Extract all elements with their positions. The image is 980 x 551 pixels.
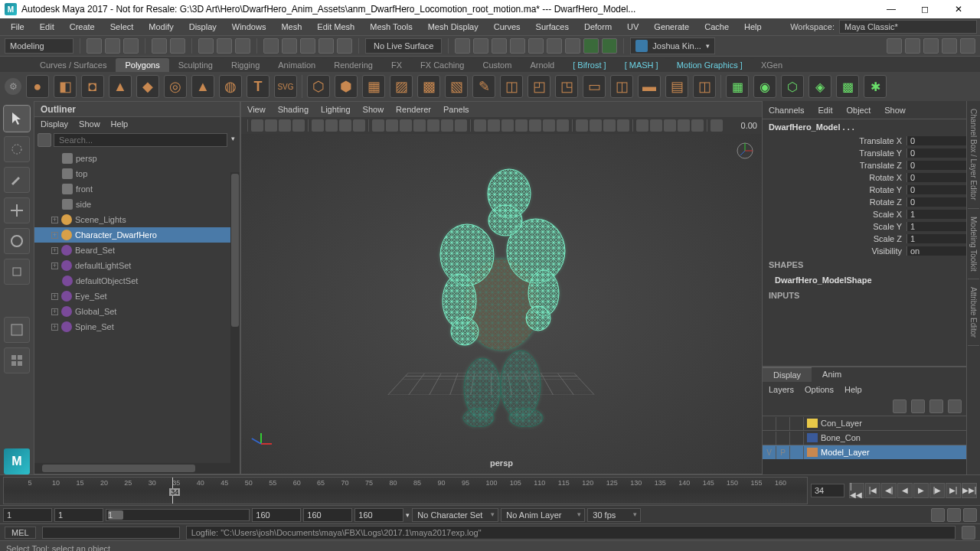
rotate-tool-icon[interactable] <box>4 228 30 254</box>
poly-tool-l-icon[interactable]: ◫ <box>610 75 633 98</box>
range-end-inner[interactable]: 160 <box>252 508 301 522</box>
outliner-search-input[interactable] <box>54 133 227 147</box>
menu-cache[interactable]: Cache <box>697 20 737 34</box>
vp-icon[interactable] <box>441 119 453 132</box>
attr-value[interactable]: 0 <box>906 136 966 145</box>
tool-green-a-icon[interactable]: ▦ <box>726 75 749 98</box>
outliner-menu-display[interactable]: Display <box>41 119 68 129</box>
character-set-dropdown[interactable]: No Character Set <box>412 508 498 522</box>
mode-dropdown[interactable]: Modeling <box>5 38 74 54</box>
attr-value[interactable]: 1 <box>906 234 966 243</box>
outliner-item[interactable]: top <box>34 166 240 181</box>
poly-tool-m-icon[interactable]: ▬ <box>638 75 661 98</box>
attr-label[interactable]: Rotate Y <box>763 185 906 194</box>
outliner-item[interactable]: +Character_DwarfHero <box>34 227 240 243</box>
outliner-item[interactable]: defaultObjectSet <box>34 273 240 289</box>
vp-icon[interactable] <box>636 119 648 132</box>
outliner-item[interactable]: +Spine_Set <box>34 319 240 334</box>
save-scene-icon[interactable] <box>123 38 139 54</box>
play-fwd-button[interactable]: ▶ <box>913 483 929 498</box>
poly-plane-icon[interactable]: ◆ <box>136 75 159 98</box>
toggle-icon-a[interactable] <box>455 38 470 54</box>
menu-modify[interactable]: Modify <box>141 20 181 34</box>
poly-tool-d-icon[interactable]: ▨ <box>390 75 413 98</box>
menu-surfaces[interactable]: Surfaces <box>528 20 577 34</box>
outliner-hscroll[interactable] <box>34 463 240 474</box>
outliner-item[interactable]: front <box>34 181 240 197</box>
display-layer[interactable]: VPModel_Layer <box>763 445 966 459</box>
shelf-options-icon[interactable]: ⚙ <box>5 78 21 95</box>
vp-icon[interactable] <box>501 119 514 132</box>
tool-green-e-icon[interactable]: ▩ <box>836 75 859 98</box>
sidetab-channelbox[interactable]: Channel Box / Layer Editor <box>968 101 979 209</box>
shelf-tab-fxcaching[interactable]: FX Caching <box>411 58 473 72</box>
vp-menu-view[interactable]: View <box>247 105 266 114</box>
range-start-inner[interactable]: 1 <box>54 508 103 522</box>
toggle-icon-e[interactable] <box>528 38 544 54</box>
toggle-icon-d[interactable] <box>510 38 525 54</box>
vp-icon[interactable] <box>339 119 351 132</box>
snap-grid-icon[interactable] <box>263 38 279 54</box>
menu-meshtools[interactable]: Mesh Tools <box>362 20 420 34</box>
poly-tool-i-icon[interactable]: ◰ <box>528 75 550 98</box>
vp-icon[interactable] <box>617 119 629 132</box>
snap-curve-icon[interactable] <box>282 38 297 54</box>
step-back-button[interactable]: ◀| <box>881 483 897 498</box>
attr-label[interactable]: Translate X <box>763 136 906 145</box>
attr-value[interactable]: 0 <box>906 148 966 158</box>
cb-menu-edit[interactable]: Edit <box>818 106 832 115</box>
poly-cube-icon[interactable]: ◧ <box>54 75 77 98</box>
menu-file[interactable]: File <box>3 20 32 34</box>
prefs-anim-icon[interactable] <box>963 508 977 522</box>
attr-value[interactable]: 1 <box>906 222 966 231</box>
cb-menu-show[interactable]: Show <box>884 106 906 115</box>
undo-icon[interactable] <box>152 38 167 54</box>
poly-tool-o-icon[interactable]: ◫ <box>693 75 716 98</box>
layer-menu-help[interactable]: Help <box>844 385 862 394</box>
vp-menu-lighting[interactable]: Lighting <box>321 105 351 114</box>
attr-label[interactable]: Rotate X <box>763 173 906 182</box>
snap-point-icon[interactable] <box>300 38 315 54</box>
close-button[interactable]: ✕ <box>942 0 975 18</box>
layout-four-icon[interactable] <box>4 347 30 373</box>
vp-icon[interactable] <box>427 119 439 132</box>
attr-value[interactable]: on <box>906 246 966 256</box>
cb-menu-object[interactable]: Object <box>846 106 871 115</box>
poly-tool-b-icon[interactable]: ⬢ <box>335 75 358 98</box>
minimize-button[interactable]: — <box>874 0 908 18</box>
outliner-item[interactable]: persp <box>34 151 240 166</box>
tool-green-f-icon[interactable]: ✱ <box>864 75 887 98</box>
layer-icon-b[interactable] <box>911 399 925 413</box>
poly-cylinder-icon[interactable]: ◘ <box>81 75 104 98</box>
shelf-tab-polygons[interactable]: Polygons <box>116 58 168 72</box>
poly-tool-j-icon[interactable]: ◳ <box>555 75 578 98</box>
vp-icon[interactable] <box>515 119 528 132</box>
shelf-tab-curves[interactable]: Curves / Surfaces <box>31 58 116 72</box>
sidetab-attribute[interactable]: Attribute Editor <box>968 279 979 346</box>
menu-deform[interactable]: Deform <box>577 20 619 34</box>
fps-dropdown[interactable]: 30 fps <box>587 508 641 522</box>
vp-icon[interactable] <box>413 119 426 132</box>
viewcube-icon[interactable] <box>734 140 756 161</box>
menu-editmesh[interactable]: Edit Mesh <box>309 20 362 34</box>
maximize-button[interactable]: ◻ <box>908 0 942 18</box>
sidetab-modeling[interactable]: Modeling Toolkit <box>968 209 979 280</box>
shelf-tab-mash[interactable]: [ MASH ] <box>616 58 668 72</box>
render-settings-icon[interactable] <box>583 38 599 54</box>
outliner-tree[interactable]: persptopfrontside+Scene_Lights+Character… <box>34 149 240 463</box>
goto-start-button[interactable]: |◀◀ <box>849 483 864 498</box>
attr-value[interactable]: 0 <box>906 161 966 170</box>
cb-shape-node[interactable]: DwarfHero_ModelShape <box>763 272 966 288</box>
vp-icon[interactable] <box>543 119 555 132</box>
vp-icon[interactable] <box>664 119 676 132</box>
vp-icon[interactable] <box>372 119 384 132</box>
vp-menu-renderer[interactable]: Renderer <box>396 105 431 114</box>
poly-tool-k-icon[interactable]: ▭ <box>583 75 606 98</box>
vp-icon[interactable] <box>576 119 588 132</box>
vp-icon[interactable] <box>650 119 662 132</box>
poly-pyramid-icon[interactable]: ▲ <box>191 75 214 98</box>
key-icon[interactable] <box>947 508 961 522</box>
attr-label[interactable]: Rotate Z <box>763 197 906 207</box>
menu-windows[interactable]: Windows <box>224 20 274 34</box>
vp-icon[interactable] <box>251 119 263 132</box>
